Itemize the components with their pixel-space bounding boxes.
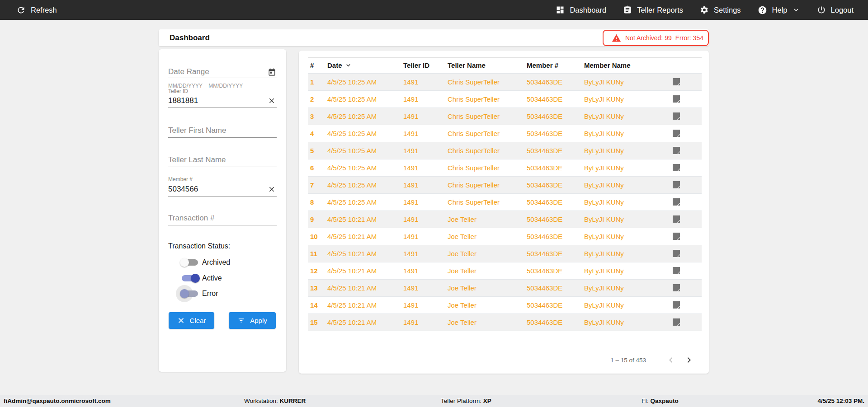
member-number-label: Member #	[168, 176, 193, 182]
alert-banner[interactable]: Not Archived: 99 Error: 354	[603, 30, 709, 46]
row-teller-name: Joe Teller	[448, 267, 527, 275]
row-number: 5	[308, 147, 327, 154]
previous-page-button[interactable]	[662, 353, 680, 367]
nav-item-label: Teller Reports	[637, 6, 683, 14]
clear-member-number-icon[interactable]	[267, 184, 277, 194]
row-teller-id: 1491	[403, 112, 448, 120]
date-range-input[interactable]	[168, 66, 277, 78]
table-row[interactable]: 8 4/5/25 10:25 AM 1491 Chris SuperTeller…	[308, 193, 702, 211]
row-member-name: ByLyJI KUNy	[584, 301, 673, 309]
row-date: 4/5/25 10:21 AM	[327, 233, 403, 240]
note-icon[interactable]	[673, 267, 702, 274]
col-header-date[interactable]: Date	[327, 61, 403, 69]
table-row[interactable]: 3 4/5/25 10:25 AM 1491 Chris SuperTeller…	[308, 108, 702, 125]
note-icon[interactable]	[673, 198, 702, 206]
financial-institution: FI: Qaxpauto	[642, 398, 679, 404]
row-number: 10	[308, 233, 327, 240]
table-row[interactable]: 1 4/5/25 10:25 AM 1491 Chris SuperTeller…	[308, 73, 702, 90]
nav-item-dashboard[interactable]: Dashboard	[556, 5, 606, 14]
calendar-icon[interactable]	[267, 67, 277, 77]
table-row[interactable]: 15 4/5/25 10:21 AM 1491 Joe Teller 50344…	[308, 313, 702, 331]
table-row[interactable]: 7 4/5/25 10:25 AM 1491 Chris SuperTeller…	[308, 176, 702, 193]
table-row[interactable]: 11 4/5/25 10:21 AM 1491 Joe Teller 50344…	[308, 245, 702, 262]
table-row[interactable]: 13 4/5/25 10:21 AM 1491 Joe Teller 50344…	[308, 279, 702, 296]
table-row[interactable]: 12 4/5/25 10:21 AM 1491 Joe Teller 50344…	[308, 262, 702, 279]
nav-item-help[interactable]: Help	[758, 5, 800, 15]
row-teller-name: Chris SuperTeller	[448, 78, 527, 86]
row-number: 8	[308, 198, 327, 206]
row-member-number: 5034463DE	[527, 78, 584, 86]
paginator: 1 – 15 of 453	[610, 353, 698, 367]
chevron-down-icon	[792, 6, 800, 14]
row-member-name: ByLyJI KUNy	[584, 284, 673, 292]
apply-button[interactable]: Apply	[229, 312, 276, 329]
table-row[interactable]: 14 4/5/25 10:21 AM 1491 Joe Teller 50344…	[308, 296, 702, 313]
row-date: 4/5/25 10:21 AM	[327, 301, 403, 309]
teller-first-name-input[interactable]	[168, 125, 277, 136]
transaction-number-input[interactable]	[168, 212, 277, 224]
note-icon[interactable]	[673, 301, 702, 309]
teller-id-input[interactable]	[168, 95, 277, 107]
toggle-error[interactable]: Error	[182, 288, 218, 299]
clear-teller-id-icon[interactable]	[267, 96, 277, 106]
note-icon[interactable]	[673, 181, 702, 188]
row-teller-id: 1491	[403, 164, 448, 172]
col-header-member-number: Member #	[527, 61, 584, 69]
row-date: 4/5/25 10:21 AM	[327, 250, 403, 257]
note-icon[interactable]	[673, 95, 702, 103]
row-member-number: 5034463DE	[527, 130, 584, 137]
row-date: 4/5/25 10:25 AM	[327, 130, 403, 137]
note-icon[interactable]	[673, 318, 702, 326]
teller-last-name-input[interactable]	[168, 154, 277, 166]
toggle-archived[interactable]: Archived	[182, 257, 230, 268]
table-header-row: # Date Teller ID Teller Name Member # Me…	[308, 58, 702, 73]
row-date: 4/5/25 10:21 AM	[327, 267, 403, 275]
row-teller-name: Joe Teller	[448, 215, 527, 223]
clear-button[interactable]: Clear	[169, 312, 214, 329]
table-row[interactable]: 10 4/5/25 10:21 AM 1491 Joe Teller 50344…	[308, 228, 702, 245]
next-page-button[interactable]	[680, 353, 698, 367]
note-icon[interactable]	[673, 250, 702, 257]
table-row[interactable]: 5 4/5/25 10:25 AM 1491 Chris SuperTeller…	[308, 142, 702, 159]
note-icon[interactable]	[673, 130, 702, 137]
row-member-name: ByLyJI KUNy	[584, 198, 673, 206]
row-teller-id: 1491	[403, 147, 448, 154]
nav-item-logout[interactable]: Logout	[817, 5, 854, 14]
table-row[interactable]: 9 4/5/25 10:21 AM 1491 Joe Teller 503446…	[308, 211, 702, 228]
note-icon[interactable]	[673, 112, 702, 120]
row-number: 2	[308, 95, 327, 103]
refresh-button[interactable]: Refresh	[16, 5, 57, 15]
member-number-input[interactable]	[168, 183, 277, 195]
note-icon[interactable]	[673, 284, 702, 291]
nav-item-label: Dashboard	[570, 6, 606, 14]
row-date: 4/5/25 10:25 AM	[327, 112, 403, 120]
teller-id-label: Teller ID	[168, 88, 188, 94]
row-member-number: 5034463DE	[527, 233, 584, 240]
warning-icon	[612, 33, 621, 43]
paginator-range-label: 1 – 15 of 453	[610, 357, 646, 364]
note-icon[interactable]	[673, 233, 702, 240]
row-number: 12	[308, 267, 327, 275]
row-teller-name: Chris SuperTeller	[448, 181, 527, 189]
footer-datetime: 4/5/25 12:03 PM.	[817, 398, 864, 404]
table-row[interactable]: 2 4/5/25 10:25 AM 1491 Chris SuperTeller…	[308, 90, 702, 108]
row-number: 6	[308, 164, 327, 172]
nav-item-teller-reports[interactable]: Teller Reports	[623, 5, 683, 14]
nav-item-settings[interactable]: Settings	[700, 5, 741, 14]
row-teller-id: 1491	[403, 301, 448, 309]
table-row[interactable]: 4 4/5/25 10:25 AM 1491 Chris SuperTeller…	[308, 125, 702, 142]
note-icon[interactable]	[673, 147, 702, 154]
row-teller-name: Chris SuperTeller	[448, 164, 527, 172]
status-bar: fiAdmin@qaxpauto.onmicrosoft.com Worksta…	[0, 395, 868, 407]
note-icon[interactable]	[673, 215, 702, 223]
row-date: 4/5/25 10:21 AM	[327, 284, 403, 292]
row-teller-name: Joe Teller	[448, 284, 527, 292]
dashboard-icon	[556, 5, 565, 14]
note-icon[interactable]	[673, 78, 702, 85]
toggle-active[interactable]: Active	[182, 273, 222, 284]
row-teller-id: 1491	[403, 181, 448, 189]
table-row[interactable]: 6 4/5/25 10:25 AM 1491 Chris SuperTeller…	[308, 159, 702, 176]
row-date: 4/5/25 10:21 AM	[327, 318, 403, 326]
note-icon[interactable]	[673, 164, 702, 171]
filter-icon	[237, 317, 245, 324]
